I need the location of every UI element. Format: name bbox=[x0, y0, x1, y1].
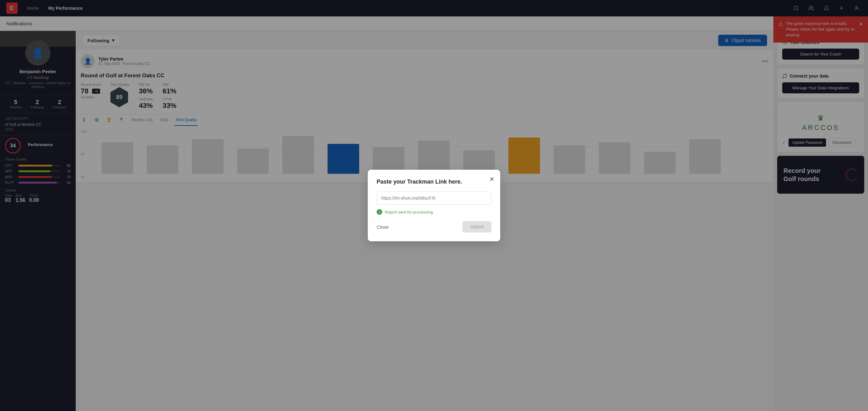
trackman-modal: Paste your Trackman Link here. ✕ ✓ Repor… bbox=[368, 170, 500, 241]
success-text: Report sent for processing bbox=[385, 210, 433, 215]
success-message: ✓ Report sent for processing bbox=[377, 209, 491, 215]
modal-close-text-button[interactable]: Close bbox=[377, 224, 389, 230]
modal-close-button[interactable]: ✕ bbox=[489, 176, 495, 183]
modal-actions: Close Submit bbox=[377, 221, 491, 232]
modal-title: Paste your Trackman Link here. bbox=[377, 179, 491, 185]
modal-submit-button[interactable]: Submit bbox=[462, 221, 491, 232]
success-check-icon: ✓ bbox=[377, 209, 382, 215]
modal-overlay[interactable]: Paste your Trackman Link here. ✕ ✓ Repor… bbox=[0, 0, 868, 411]
trackman-link-input[interactable] bbox=[377, 191, 491, 205]
